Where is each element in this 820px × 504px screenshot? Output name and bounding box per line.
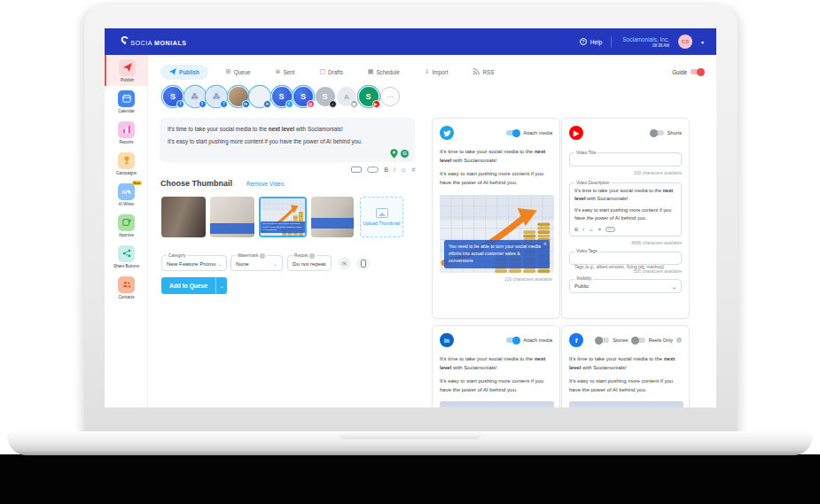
account-facebook-3[interactable]: ⁂f <box>207 87 226 106</box>
shorts-toggle[interactable] <box>651 130 664 136</box>
sidebar-item-campaigns[interactable]: Campaigns <box>105 148 148 179</box>
emoji-icon[interactable]: ☺ <box>401 167 407 173</box>
tab-schedule[interactable]: ▦Schedule <box>368 68 400 75</box>
tab-import[interactable]: ⇩Import <box>425 68 449 75</box>
account-instagram[interactable]: S◎ <box>293 87 313 106</box>
tab-rss[interactable]: RSS <box>472 68 494 76</box>
sidebar-item-publish[interactable]: Publish <box>105 55 148 86</box>
queue-options-caret[interactable]: ⌄ <box>215 277 227 294</box>
reports-icon <box>118 121 135 138</box>
hashtag-icon[interactable]: # <box>598 227 601 232</box>
user-avatar[interactable]: CS <box>678 35 692 49</box>
thumbnail-3-selected[interactable]: You need to be able to turn your social … <box>259 197 307 237</box>
add-to-queue-button[interactable]: Add to Queue ⌄ <box>161 277 227 294</box>
facebook-media-preview <box>569 401 683 407</box>
facebook-preview-card: f Stories Reels Only i It's time to take… <box>561 325 690 407</box>
watermark-value: None <box>236 260 249 267</box>
email-preview-button[interactable]: ✉ <box>338 257 351 270</box>
utm-icon[interactable] <box>351 167 362 173</box>
stories-toggle[interactable] <box>596 337 609 343</box>
repost-field[interactable]: Reposti Do not repeat <box>287 255 332 271</box>
account-facebook-1[interactable]: Sf <box>163 87 183 106</box>
account-linkedin-2[interactable]: in <box>250 87 269 106</box>
account-tiktok[interactable]: S♪ <box>316 87 335 106</box>
more-accounts-button[interactable]: ⋯ <box>380 87 400 106</box>
italic-icon[interactable]: I <box>394 167 395 173</box>
hashtag-icon[interactable]: # <box>411 167 415 173</box>
tab-drafts[interactable]: ▢Drafts <box>319 68 342 75</box>
video-description-text: It's time to take your social media to t… <box>574 187 676 222</box>
video-tags-input[interactable] <box>574 264 676 269</box>
facebook-badge-icon: f <box>176 100 184 108</box>
cta-icon[interactable] <box>367 167 379 173</box>
account-facebook-2[interactable]: ⁂f <box>185 87 205 106</box>
instagram-badge-icon: ◎ <box>307 100 315 108</box>
twitter-post-text: It's time to take your social media to t… <box>440 148 552 188</box>
reels-only-toggle[interactable] <box>632 337 645 343</box>
video-tags-field[interactable]: Video Tags <box>569 252 682 265</box>
thumbnail-4[interactable] <box>311 197 354 237</box>
account-unselected[interactable]: A▣ <box>337 87 356 106</box>
video-title-field[interactable]: Video Title <box>569 152 682 167</box>
account-twitter[interactable]: St <box>272 87 292 106</box>
tab-queue[interactable]: ⊞Queue <box>226 68 251 75</box>
sidebar-item-share-buttons[interactable]: Share Buttons <box>105 241 148 272</box>
guide-label: Guide <box>672 69 687 75</box>
youtube-icon: ▶ <box>569 126 583 140</box>
upload-thumbnail-button[interactable]: Upload Thumbnail <box>360 197 403 237</box>
twitter-preview-card: Attach media It's time to take your soci… <box>432 118 560 319</box>
bold-icon[interactable]: B <box>574 227 578 232</box>
guide-toggle[interactable] <box>691 69 704 74</box>
app-header: Ϛsociamonials ? Help Sociamonials, Inc. … <box>105 28 716 55</box>
video-title-input[interactable] <box>574 165 676 170</box>
info-icon[interactable]: i <box>309 253 315 259</box>
info-icon[interactable]: i <box>676 337 682 343</box>
phone-icon <box>361 260 366 268</box>
mockup-stage: Ϛsociamonials ? Help Sociamonials, Inc. … <box>0 0 820 504</box>
account-linkedin-1[interactable]: in <box>229 87 248 106</box>
calendar-icon <box>118 90 135 107</box>
post-composer[interactable]: It's time to take your social media to t… <box>160 118 415 162</box>
grammar-checker-icon[interactable]: G <box>401 150 409 158</box>
sidebar-item-contacts[interactable]: Contacts <box>105 272 148 303</box>
video-description-field[interactable]: Video Description It's time to take your… <box>569 182 682 236</box>
help-button[interactable]: ? Help <box>580 38 602 45</box>
guide-toggle-group: Guide <box>672 69 704 75</box>
thumbnail-1[interactable] <box>161 197 206 237</box>
category-select[interactable]: Category New Feature Promo ⌄ <box>161 255 227 271</box>
chevron-down-icon: ⌄ <box>217 260 222 267</box>
publish-icon <box>119 59 136 76</box>
sidebar-item-calendar[interactable]: Calendar <box>105 86 148 117</box>
more-tools-icon[interactable]: ••• <box>605 227 615 232</box>
visibility-value: Public <box>574 283 589 289</box>
bold-icon[interactable]: B <box>384 167 388 173</box>
tiktok-badge-icon: ♪ <box>329 100 337 108</box>
linkedin-preview-card: in Attach media It's time to take your s… <box>432 325 560 407</box>
emoji-icon[interactable]: ☺ <box>589 227 594 232</box>
account-menu-caret-icon[interactable]: ▾ <box>701 39 704 45</box>
sidebar-item-approve[interactable]: Approve <box>105 210 148 241</box>
facebook-badge-icon: f <box>220 100 228 108</box>
linkedin-badge-icon: in <box>242 100 250 108</box>
sidebar-item-ai-writer[interactable]: New AI✎ AI Writer <box>105 179 148 210</box>
sidebar-item-reports[interactable]: Reports <box>105 117 148 148</box>
tab-sent[interactable]: ≣Sent <box>276 68 295 75</box>
new-badge: New <box>132 181 142 185</box>
watermark-select[interactable]: Watermarki None ⌄ <box>230 255 283 271</box>
tab-publish[interactable]: Publish <box>160 65 208 80</box>
account-youtube[interactable]: S▶ <box>359 87 379 106</box>
close-icon[interactable]: ✕ <box>543 241 547 248</box>
stories-label: Stories <box>613 337 628 343</box>
composer-text-2: It's easy to start pushing more content … <box>168 137 407 147</box>
attach-media-toggle[interactable] <box>506 337 519 343</box>
italic-icon[interactable]: I <box>582 227 584 232</box>
info-icon[interactable]: i <box>260 253 265 259</box>
thumbnail-2[interactable] <box>210 197 254 237</box>
mobile-preview-button[interactable] <box>356 257 370 270</box>
category-value: New Feature Promo <box>167 260 215 267</box>
attach-media-toggle[interactable] <box>506 130 519 136</box>
thumbnail-caption-bar: You need to be able to turn your social … <box>261 221 305 233</box>
remove-video-link[interactable]: Remove Video <box>246 181 285 187</box>
location-pin-icon[interactable] <box>390 149 398 159</box>
visibility-select[interactable]: Visibility Public ⌄ <box>569 279 682 293</box>
